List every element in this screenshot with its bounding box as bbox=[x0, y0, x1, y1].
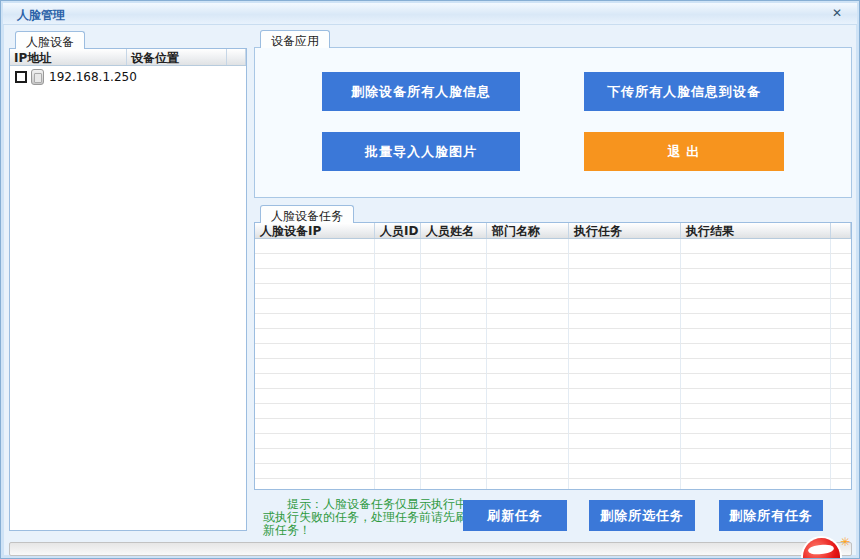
exit-button[interactable]: 退 出 bbox=[584, 132, 784, 171]
task-cell bbox=[375, 434, 421, 449]
task-row[interactable] bbox=[255, 284, 851, 299]
task-cell bbox=[681, 299, 831, 314]
download-faces-to-device-button[interactable]: 下传所有人脸信息到设备 bbox=[584, 72, 784, 111]
task-row[interactable] bbox=[255, 389, 851, 404]
task-cell bbox=[569, 329, 681, 344]
device-list-item[interactable]: 192.168.1.250 bbox=[10, 66, 246, 88]
column-header-department[interactable]: 部门名称 bbox=[487, 223, 569, 238]
red-ball-white-band bbox=[808, 544, 835, 556]
task-cell bbox=[569, 284, 681, 299]
task-cell bbox=[375, 374, 421, 389]
task-cell bbox=[681, 269, 831, 284]
task-cell bbox=[487, 404, 569, 419]
task-cell bbox=[831, 239, 851, 254]
task-cell bbox=[831, 329, 851, 344]
task-row[interactable] bbox=[255, 299, 851, 314]
task-cell bbox=[681, 479, 831, 490]
task-row[interactable] bbox=[255, 254, 851, 269]
task-cell bbox=[487, 419, 569, 434]
task-cell bbox=[375, 344, 421, 359]
task-cell bbox=[255, 344, 375, 359]
column-header-device-ip[interactable]: 人脸设备IP bbox=[255, 223, 375, 238]
task-cell bbox=[569, 479, 681, 490]
task-cell bbox=[255, 329, 375, 344]
column-header-person-name[interactable]: 人员姓名 bbox=[421, 223, 487, 238]
task-cell bbox=[487, 269, 569, 284]
task-cell bbox=[255, 374, 375, 389]
column-header-person-id[interactable]: 人员ID bbox=[375, 223, 421, 238]
column-header-ip[interactable]: IP地址 bbox=[10, 49, 127, 65]
task-row[interactable] bbox=[255, 404, 851, 419]
task-table: 人脸设备IP 人员ID 人员姓名 部门名称 执行任务 执行结果 bbox=[254, 222, 852, 490]
task-cell bbox=[421, 314, 487, 329]
task-cell bbox=[487, 284, 569, 299]
task-cell bbox=[375, 389, 421, 404]
task-cell bbox=[375, 359, 421, 374]
delete-device-faces-button[interactable]: 删除设备所有人脸信息 bbox=[322, 72, 520, 111]
column-header-filler bbox=[831, 223, 851, 238]
task-cell bbox=[681, 434, 831, 449]
task-row[interactable] bbox=[255, 329, 851, 344]
device-icon bbox=[31, 69, 44, 85]
task-cell bbox=[569, 269, 681, 284]
task-cell bbox=[375, 419, 421, 434]
task-cell bbox=[255, 314, 375, 329]
task-cell bbox=[487, 464, 569, 479]
task-row[interactable] bbox=[255, 464, 851, 479]
close-icon[interactable]: ✕ bbox=[829, 6, 845, 22]
batch-import-face-images-button[interactable]: 批量导入人脸图片 bbox=[322, 132, 520, 171]
task-cell bbox=[421, 419, 487, 434]
task-cell bbox=[421, 374, 487, 389]
tab-device-application[interactable]: 设备应用 bbox=[260, 30, 330, 48]
task-row[interactable] bbox=[255, 479, 851, 490]
task-cell bbox=[569, 359, 681, 374]
task-cell bbox=[255, 284, 375, 299]
task-cell bbox=[831, 374, 851, 389]
column-header-task[interactable]: 执行任务 bbox=[569, 223, 681, 238]
task-cell bbox=[421, 434, 487, 449]
column-header-location[interactable]: 设备位置 bbox=[127, 49, 227, 65]
task-cell bbox=[681, 284, 831, 299]
task-row[interactable] bbox=[255, 434, 851, 449]
task-cell bbox=[831, 284, 851, 299]
task-cell bbox=[421, 359, 487, 374]
task-row[interactable] bbox=[255, 314, 851, 329]
delete-selected-tasks-button[interactable]: 删除所选任务 bbox=[589, 500, 695, 531]
task-row[interactable] bbox=[255, 239, 851, 254]
task-cell bbox=[421, 329, 487, 344]
task-row[interactable] bbox=[255, 419, 851, 434]
task-cell bbox=[831, 359, 851, 374]
task-cell bbox=[375, 284, 421, 299]
task-row[interactable] bbox=[255, 359, 851, 374]
task-cell bbox=[375, 464, 421, 479]
column-header-result[interactable]: 执行结果 bbox=[681, 223, 831, 238]
tab-face-device-tasks[interactable]: 人脸设备任务 bbox=[260, 205, 354, 223]
task-cell bbox=[487, 314, 569, 329]
task-cell bbox=[681, 314, 831, 329]
task-cell bbox=[681, 254, 831, 269]
refresh-tasks-button[interactable]: 刷新任务 bbox=[463, 500, 567, 531]
task-row[interactable] bbox=[255, 449, 851, 464]
task-cell bbox=[487, 344, 569, 359]
task-cell bbox=[569, 344, 681, 359]
tab-face-device[interactable]: 人脸设备 bbox=[15, 31, 85, 49]
task-cell bbox=[255, 404, 375, 419]
task-cell bbox=[569, 434, 681, 449]
task-row[interactable] bbox=[255, 269, 851, 284]
task-cell bbox=[487, 389, 569, 404]
task-row[interactable] bbox=[255, 374, 851, 389]
task-cell bbox=[831, 449, 851, 464]
task-cell bbox=[375, 479, 421, 490]
device-checkbox[interactable] bbox=[15, 71, 27, 83]
task-cell bbox=[831, 434, 851, 449]
task-cell bbox=[421, 284, 487, 299]
task-cell bbox=[831, 344, 851, 359]
task-cell bbox=[255, 434, 375, 449]
task-cell bbox=[375, 299, 421, 314]
task-cell bbox=[681, 404, 831, 419]
task-cell bbox=[681, 464, 831, 479]
delete-all-tasks-button[interactable]: 删除所有任务 bbox=[719, 500, 823, 531]
task-cell bbox=[681, 389, 831, 404]
task-row[interactable] bbox=[255, 344, 851, 359]
device-list-header: IP地址 设备位置 bbox=[10, 49, 246, 66]
